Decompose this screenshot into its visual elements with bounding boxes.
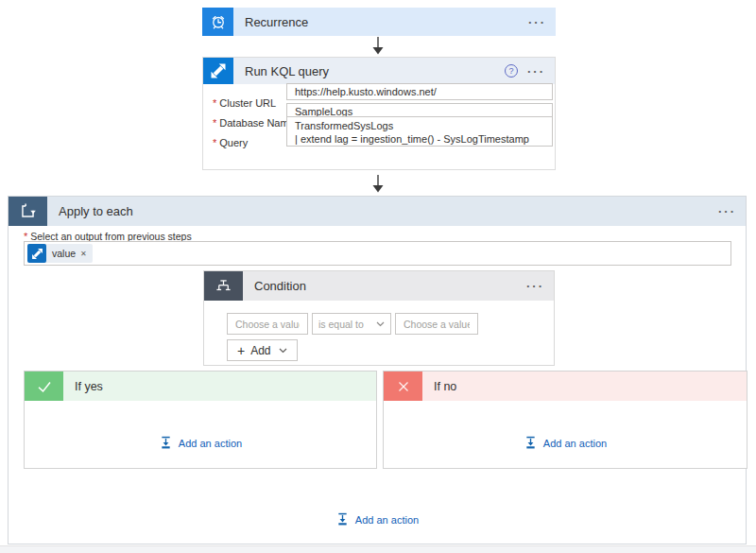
condition-value2-input[interactable] bbox=[395, 313, 478, 335]
condition-menu-button[interactable]: ··· bbox=[526, 280, 544, 292]
help-icon[interactable]: ? bbox=[505, 64, 518, 78]
chevron-down-icon bbox=[376, 321, 385, 327]
condition-add-button[interactable]: + Add bbox=[227, 339, 298, 361]
required-asterisk: * bbox=[213, 97, 216, 109]
database-name-label: Database Name bbox=[219, 117, 295, 129]
apply-to-each-container: Apply to each ··· *Select an output from… bbox=[8, 196, 747, 544]
if-no-branch: If no Add an action bbox=[383, 371, 747, 469]
azure-data-explorer-icon bbox=[203, 58, 233, 84]
add-action-label: Add an action bbox=[179, 438, 242, 449]
if-no-header[interactable]: If no bbox=[384, 372, 747, 401]
branch-icon bbox=[204, 271, 243, 301]
add-action-icon bbox=[524, 436, 538, 450]
plus-icon: + bbox=[237, 343, 245, 358]
checkmark-icon bbox=[25, 372, 63, 401]
value-token-chip[interactable]: value ✕ bbox=[27, 244, 93, 263]
timer-icon bbox=[202, 8, 233, 36]
required-asterisk: * bbox=[213, 117, 216, 129]
if-yes-add-action-link[interactable]: Add an action bbox=[25, 436, 376, 450]
if-yes-header[interactable]: If yes bbox=[25, 372, 376, 401]
run-kql-query-title: Run KQL query bbox=[245, 64, 329, 78]
connector-arrow-down-icon bbox=[371, 37, 385, 55]
recurrence-menu-button[interactable]: ··· bbox=[528, 16, 546, 28]
token-label: value bbox=[52, 248, 76, 259]
cross-icon bbox=[384, 372, 422, 401]
loop-icon bbox=[9, 197, 47, 226]
operator-select[interactable]: is equal to bbox=[312, 313, 391, 335]
canvas-background-strip bbox=[0, 545, 756, 553]
condition-header[interactable]: Condition ··· bbox=[204, 271, 554, 301]
query-line-2: | extend lag = ingestion_time() - SysLog… bbox=[295, 132, 544, 146]
apply-to-each-title: Apply to each bbox=[59, 204, 133, 218]
query-line-1: TransformedSysLogs bbox=[295, 119, 544, 132]
add-action-icon bbox=[335, 512, 350, 527]
chevron-down-icon bbox=[279, 348, 287, 354]
query-input[interactable]: TransformedSysLogs | extend lag = ingest… bbox=[286, 116, 553, 147]
recurrence-card[interactable]: Recurrence ··· bbox=[202, 8, 556, 36]
recurrence-title: Recurrence bbox=[245, 15, 308, 29]
apply-to-each-menu-button[interactable]: ··· bbox=[718, 205, 736, 217]
if-no-title: If no bbox=[434, 380, 456, 393]
run-kql-query-card: Run KQL query ? ··· *Cluster URL *Databa… bbox=[202, 57, 556, 170]
connector-arrow-down-icon bbox=[371, 175, 385, 193]
run-kql-query-menu-button[interactable]: ··· bbox=[527, 65, 545, 78]
select-output-input[interactable]: value ✕ bbox=[24, 241, 731, 266]
add-action-label: Add an action bbox=[355, 514, 419, 526]
flow-designer-canvas: Recurrence ··· Run KQL query ? ··· *Clus… bbox=[0, 0, 756, 553]
add-button-label: Add bbox=[250, 344, 270, 357]
condition-title: Condition bbox=[254, 279, 306, 293]
cluster-url-input[interactable] bbox=[286, 83, 553, 100]
apply-to-each-header[interactable]: Apply to each ··· bbox=[9, 197, 746, 226]
query-label: Query bbox=[219, 137, 248, 148]
add-action-label: Add an action bbox=[543, 438, 607, 449]
cluster-url-label: Cluster URL bbox=[219, 97, 276, 109]
run-kql-query-header[interactable]: Run KQL query ? ··· bbox=[203, 58, 555, 84]
apply-add-action-link[interactable]: Add an action bbox=[9, 512, 746, 527]
add-action-icon bbox=[159, 436, 173, 450]
remove-token-icon[interactable]: ✕ bbox=[80, 250, 87, 258]
if-no-add-action-link[interactable]: Add an action bbox=[384, 436, 747, 450]
operator-value: is equal to bbox=[318, 319, 364, 330]
condition-value1-input[interactable] bbox=[227, 313, 308, 335]
if-yes-branch: If yes Add an action bbox=[24, 371, 377, 469]
condition-card: Condition ··· is equal to + Add bbox=[203, 270, 555, 366]
azure-data-explorer-icon bbox=[27, 244, 46, 263]
if-yes-title: If yes bbox=[75, 380, 103, 393]
required-asterisk: * bbox=[213, 137, 216, 148]
